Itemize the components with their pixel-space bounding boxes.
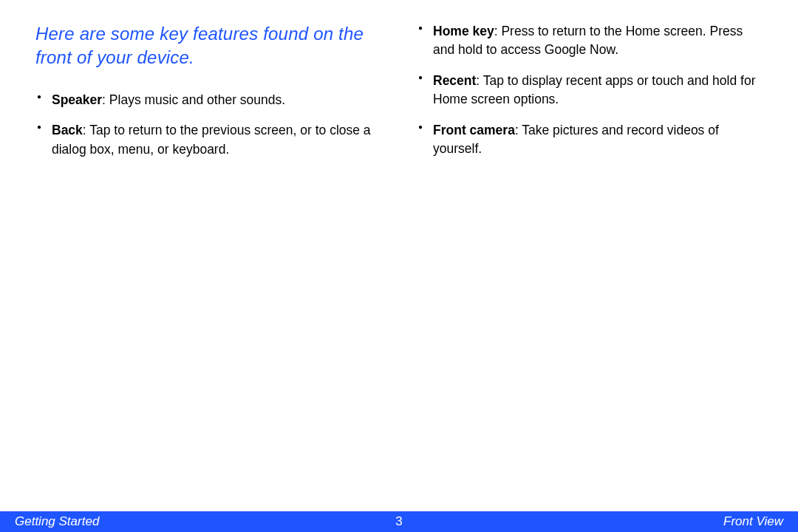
list-item: Back: Tap to return to the previous scre… xyxy=(35,121,381,159)
feature-term: Front camera xyxy=(433,123,515,137)
feature-list-right: Home key: Press to return to the Home sc… xyxy=(417,22,763,158)
intro-heading: Here are some key features found on the … xyxy=(35,22,381,70)
content-columns: Here are some key features found on the … xyxy=(0,0,798,171)
feature-term: Back xyxy=(52,123,83,137)
right-column: Home key: Press to return to the Home sc… xyxy=(417,22,763,171)
footer-page-number: 3 xyxy=(395,514,402,529)
list-item: Home key: Press to return to the Home sc… xyxy=(417,22,763,60)
list-item: Speaker: Plays music and other sounds. xyxy=(35,91,381,109)
manual-page: Here are some key features found on the … xyxy=(0,0,798,532)
feature-term: Home key xyxy=(433,24,494,38)
list-item: Front camera: Take pictures and record v… xyxy=(417,121,763,159)
feature-desc: : Plays music and other sounds. xyxy=(102,92,285,107)
feature-list-left: Speaker: Plays music and other sounds. B… xyxy=(35,91,381,159)
footer-section-left: Getting Started xyxy=(15,514,99,529)
list-item: Recent: Tap to display recent apps or to… xyxy=(417,72,763,109)
feature-desc: : Tap to display recent apps or touch an… xyxy=(433,73,755,106)
footer-section-right: Front View xyxy=(723,514,783,529)
feature-term: Speaker xyxy=(52,92,102,107)
page-footer: Getting Started 3 Front View xyxy=(0,511,798,532)
feature-desc: : Tap to return to the previous screen, … xyxy=(52,123,371,156)
feature-term: Recent xyxy=(433,73,476,88)
left-column: Here are some key features found on the … xyxy=(35,22,381,171)
